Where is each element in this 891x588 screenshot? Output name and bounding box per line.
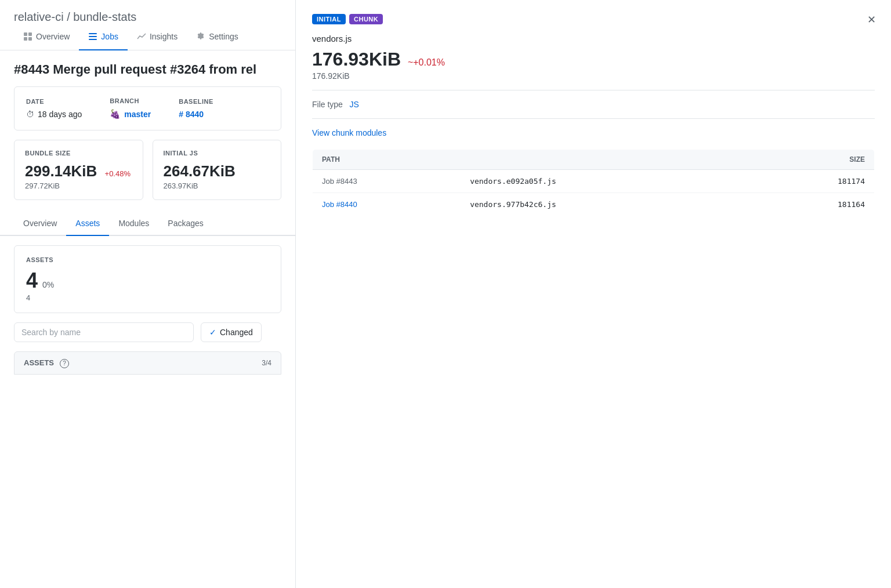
table-cell-filename: vendors.e092a05f.js bbox=[461, 170, 748, 193]
badge-row: INITIAL CHUNK bbox=[312, 14, 875, 24]
initial-js-label: INITIAL JS bbox=[164, 150, 271, 157]
date-label: DATE bbox=[26, 98, 82, 105]
tab-overview[interactable]: Overview bbox=[14, 24, 79, 50]
assets-baseline: 4 bbox=[26, 293, 269, 302]
date-value: ⏱ 18 days ago bbox=[26, 110, 82, 119]
grid-icon bbox=[23, 32, 32, 41]
stats-row: BUNDLE SIZE 299.14KiB +0.48% 297.72KiB I… bbox=[14, 140, 281, 200]
branch-icon: 🍇 bbox=[110, 109, 121, 119]
meta-date: DATE ⏱ 18 days ago bbox=[26, 98, 82, 119]
table-cell-job[interactable]: Job #8440 bbox=[313, 193, 461, 216]
badge-initial: INITIAL bbox=[312, 14, 346, 24]
col-path: PATH bbox=[313, 150, 748, 170]
chart-icon bbox=[137, 32, 146, 41]
job-link[interactable]: Job #8440 bbox=[322, 200, 357, 209]
repo-title: relative-ci / bundle-stats bbox=[14, 10, 281, 24]
app-container: relative-ci / bundle-stats Overview Jobs bbox=[0, 0, 891, 588]
initial-js-value: 264.67KiB bbox=[164, 162, 236, 180]
tab-content-overview[interactable]: Overview bbox=[14, 212, 66, 236]
search-input[interactable] bbox=[14, 322, 194, 342]
list-icon bbox=[88, 32, 97, 41]
svg-rect-5 bbox=[89, 36, 97, 37]
clock-icon: ⏱ bbox=[26, 110, 34, 119]
file-type-link[interactable]: JS bbox=[350, 100, 359, 109]
detail-size-main: 176.93KiB bbox=[312, 49, 401, 70]
svg-rect-0 bbox=[24, 32, 27, 36]
tab-settings-label: Settings bbox=[209, 32, 238, 41]
bundle-size-value-row: 299.14KiB +0.48% bbox=[25, 162, 132, 180]
search-filter-row: ✓ Changed bbox=[14, 322, 281, 342]
baseline-label: BASELINE bbox=[179, 98, 213, 105]
tab-content-packages[interactable]: Packages bbox=[158, 212, 212, 236]
table-cell-size: 181174 bbox=[748, 170, 875, 193]
stat-bundle-size: BUNDLE SIZE 299.14KiB +0.48% 297.72KiB bbox=[14, 140, 143, 200]
nav-tabs: Overview Jobs Insights Settings bbox=[0, 24, 295, 50]
table-cell-size: 181164 bbox=[748, 193, 875, 216]
assets-count-row: 4 0% bbox=[26, 270, 269, 291]
assets-table-header: ASSETS ? 3/4 bbox=[14, 351, 281, 375]
tab-insights-label: Insights bbox=[150, 32, 178, 41]
detail-panel: ✕ INITIAL CHUNK vendors.js 176.93KiB ~+0… bbox=[296, 0, 891, 588]
baseline-value: # 8440 bbox=[179, 110, 213, 119]
initial-js-value-row: 264.67KiB bbox=[164, 162, 271, 180]
bundle-size-label: BUNDLE SIZE bbox=[25, 150, 132, 157]
detail-filename: vendors.js bbox=[312, 34, 875, 43]
tab-content-modules[interactable]: Modules bbox=[109, 212, 158, 236]
tab-overview-label: Overview bbox=[36, 32, 70, 41]
detail-size-change: ~+0.01% bbox=[408, 57, 445, 67]
assets-count: 4 bbox=[26, 268, 38, 292]
branch-value: 🍇 master bbox=[110, 109, 151, 119]
svg-rect-1 bbox=[28, 32, 32, 36]
page-title: #8443 Merge pull request #3264 from rel bbox=[0, 50, 295, 86]
assets-section: ASSETS 4 0% 4 bbox=[14, 245, 281, 313]
meta-branch: BRANCH 🍇 master bbox=[110, 97, 151, 119]
path-table-body: Job #8443vendors.e092a05f.js181174Job #8… bbox=[313, 170, 875, 216]
detail-file-type: File type JS bbox=[312, 100, 875, 109]
changed-filter-label: Changed bbox=[220, 328, 253, 337]
gear-icon bbox=[196, 32, 205, 41]
assets-table-title: ASSETS bbox=[24, 358, 54, 367]
tab-settings[interactable]: Settings bbox=[187, 24, 248, 50]
assets-section-label: ASSETS bbox=[26, 256, 269, 263]
meta-card: DATE ⏱ 18 days ago BRANCH 🍇 master BASEL… bbox=[14, 86, 281, 130]
help-icon[interactable]: ? bbox=[60, 359, 69, 368]
assets-fraction: 3/4 bbox=[262, 359, 271, 367]
svg-rect-2 bbox=[24, 37, 27, 41]
table-row: Job #8443vendors.e092a05f.js181174 bbox=[313, 170, 875, 193]
assets-table-title-row: ASSETS ? bbox=[24, 358, 69, 368]
repo-name: bundle-stats bbox=[73, 10, 136, 23]
left-panel: relative-ci / bundle-stats Overview Jobs bbox=[0, 0, 296, 588]
svg-rect-3 bbox=[28, 37, 32, 41]
tab-jobs[interactable]: Jobs bbox=[79, 24, 128, 50]
tab-jobs-label: Jobs bbox=[101, 32, 118, 41]
col-size: SIZE bbox=[748, 150, 875, 170]
tab-content-assets[interactable]: Assets bbox=[66, 212, 109, 236]
check-icon: ✓ bbox=[209, 328, 216, 337]
bundle-size-value: 299.14KiB bbox=[25, 162, 102, 180]
badge-chunk: CHUNK bbox=[349, 14, 383, 24]
path-table-header-row: PATH SIZE bbox=[313, 150, 875, 170]
tab-insights[interactable]: Insights bbox=[128, 24, 187, 50]
detail-size-row: 176.93KiB ~+0.01% bbox=[312, 48, 875, 70]
path-table: PATH SIZE Job #8443vendors.e092a05f.js18… bbox=[312, 149, 875, 216]
divider-1 bbox=[312, 90, 875, 90]
stat-initial-js: INITIAL JS 264.67KiB 263.97KiB bbox=[153, 140, 282, 200]
meta-baseline: BASELINE # 8440 bbox=[179, 98, 213, 119]
changed-filter-button[interactable]: ✓ Changed bbox=[201, 322, 262, 342]
repo-org: relative-ci bbox=[14, 10, 64, 23]
table-cell-filename: vendors.977b42c6.js bbox=[461, 193, 748, 216]
repo-header: relative-ci / bundle-stats bbox=[0, 0, 295, 24]
svg-rect-6 bbox=[89, 39, 97, 40]
initial-js-baseline: 263.97KiB bbox=[164, 182, 271, 190]
bundle-size-change: +0.48% bbox=[105, 169, 131, 178]
bundle-size-baseline: 297.72KiB bbox=[25, 182, 132, 190]
table-cell-job: Job #8443 bbox=[313, 170, 461, 193]
close-button[interactable]: ✕ bbox=[863, 12, 879, 28]
assets-change: 0% bbox=[42, 280, 54, 289]
content-tabs: Overview Assets Modules Packages bbox=[0, 212, 295, 236]
svg-rect-4 bbox=[89, 33, 97, 34]
divider-2 bbox=[312, 118, 875, 119]
view-chunk-modules-link[interactable]: View chunk modules bbox=[312, 128, 875, 137]
detail-size-baseline: 176.92KiB bbox=[312, 71, 875, 81]
table-row: Job #8440vendors.977b42c6.js181164 bbox=[313, 193, 875, 216]
